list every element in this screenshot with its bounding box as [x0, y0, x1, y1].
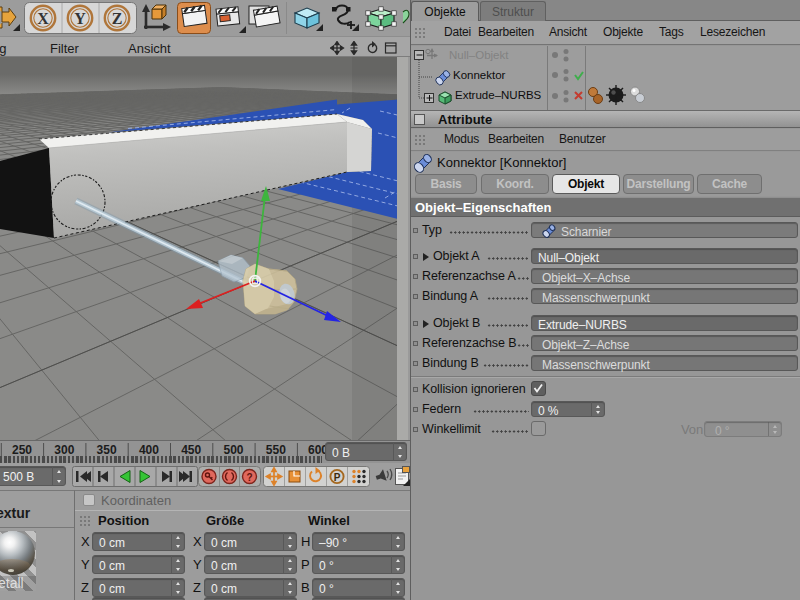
svg-text:550: 550: [266, 443, 286, 457]
svg-text:?: ?: [246, 472, 252, 483]
svg-text:450: 450: [181, 443, 201, 457]
svg-text:Z: Z: [112, 10, 123, 27]
svg-text:300: 300: [54, 443, 74, 457]
svg-text:400: 400: [139, 443, 159, 457]
svg-text:P: P: [334, 472, 341, 483]
svg-text:350: 350: [97, 443, 117, 457]
svg-text:Y: Y: [74, 10, 86, 27]
svg-text:500: 500: [223, 443, 243, 457]
svg-text:X: X: [37, 10, 49, 27]
svg-text:250: 250: [12, 443, 32, 457]
